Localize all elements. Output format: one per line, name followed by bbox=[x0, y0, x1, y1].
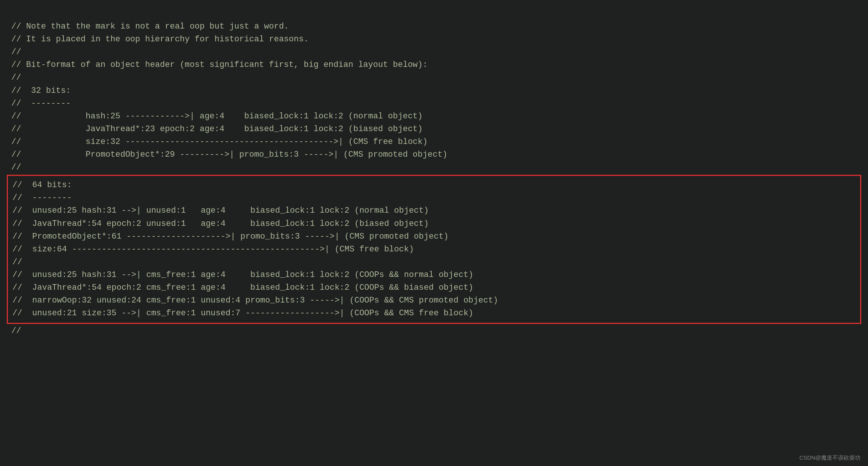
code-line-highlighted: // narrowOop:32 unused:24 cms_free:1 unu… bbox=[12, 294, 856, 307]
code-line-highlighted: // 64 bits: bbox=[12, 179, 856, 192]
code-line-highlighted: // bbox=[12, 256, 856, 269]
code-line: // It is placed in the oop hierarchy for… bbox=[11, 33, 857, 46]
code-line: // JavaThread*:23 epoch:2 age:4 biased_l… bbox=[11, 123, 857, 136]
code-line-highlighted: // -------- bbox=[12, 192, 856, 204]
code-line: // 32 bits: bbox=[11, 85, 857, 97]
code-line: // bbox=[11, 46, 857, 59]
watermark-text: CSDN@魔道不误砍柴功 bbox=[799, 454, 860, 461]
code-line-highlighted: // JavaThread*:54 epoch:2 cms_free:1 age… bbox=[12, 281, 856, 294]
code-line-highlighted: // unused:21 size:35 -->| cms_free:1 unu… bbox=[12, 307, 856, 320]
code-line: // PromotedObject*:29 --------->| promo_… bbox=[11, 148, 857, 161]
code-line-highlighted: // unused:25 hash:31 -->| unused:1 age:4… bbox=[12, 204, 856, 217]
code-line: // Bit-format of an object header (most … bbox=[11, 59, 857, 71]
code-block: // Note that the mark is not a real oop … bbox=[11, 8, 857, 337]
code-line: // Note that the mark is not a real oop … bbox=[11, 20, 857, 33]
code-line: // -------- bbox=[11, 97, 857, 110]
code-line: // hash:25 ------------>| age:4 biased_l… bbox=[11, 110, 857, 123]
highlighted-section: // 64 bits:// --------// unused:25 hash:… bbox=[7, 175, 861, 324]
code-line: // size:32 -----------------------------… bbox=[11, 136, 857, 148]
code-line-highlighted: // JavaThread*:54 epoch:2 unused:1 age:4… bbox=[12, 218, 856, 230]
code-line-highlighted: // PromotedObject*:61 ------------------… bbox=[12, 230, 856, 243]
code-line: // bbox=[11, 325, 857, 337]
code-line: // bbox=[11, 71, 857, 84]
code-line: // bbox=[11, 161, 857, 174]
code-line-highlighted: // size:64 -----------------------------… bbox=[12, 243, 856, 256]
code-line-highlighted: // unused:25 hash:31 -->| cms_free:1 age… bbox=[12, 269, 856, 281]
